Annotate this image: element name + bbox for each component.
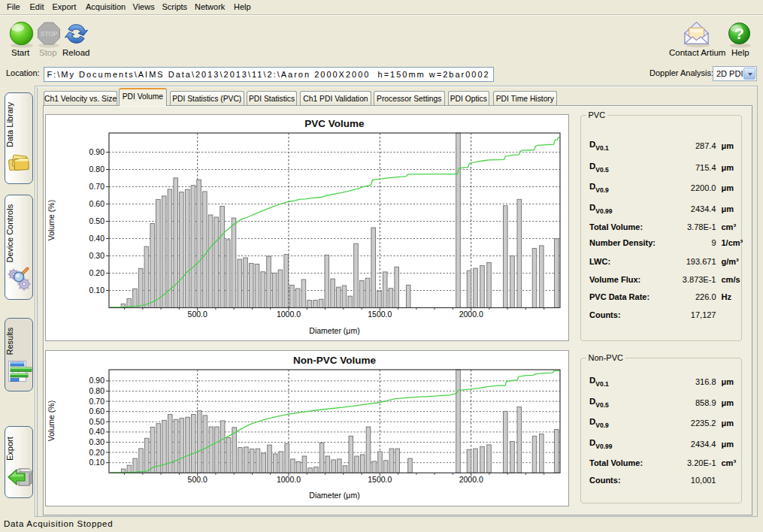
svg-text:Volume (%): Volume (%)	[47, 401, 56, 441]
svg-text:0.60: 0.60	[89, 199, 104, 208]
svg-text:PVC Volume: PVC Volume	[304, 118, 365, 129]
svg-text:0.30: 0.30	[89, 251, 104, 260]
svg-text:0.20: 0.20	[89, 268, 104, 277]
svg-text:0.80: 0.80	[89, 165, 104, 174]
svg-text:0.40: 0.40	[89, 234, 104, 243]
svg-text:0.40: 0.40	[89, 427, 104, 436]
svg-text:0.10: 0.10	[89, 458, 104, 467]
svg-text:0.20: 0.20	[89, 448, 104, 457]
svg-text:0.80: 0.80	[89, 386, 104, 395]
svg-text:0.90: 0.90	[89, 376, 104, 385]
svg-text:0.70: 0.70	[89, 397, 104, 406]
svg-text:Diameter (μm): Diameter (μm)	[309, 491, 359, 500]
svg-text:Non-PVC Volume: Non-PVC Volume	[292, 355, 375, 366]
svg-text:0.30: 0.30	[89, 437, 104, 446]
svg-text:0.50: 0.50	[89, 417, 104, 426]
svg-text:0.70: 0.70	[89, 182, 104, 191]
svg-text:0.60: 0.60	[89, 407, 104, 416]
svg-text:0.90: 0.90	[89, 147, 104, 156]
svg-text:0.10: 0.10	[89, 286, 104, 295]
svg-text:STOP: STOP	[41, 30, 58, 38]
svg-text:Volume (%): Volume (%)	[47, 200, 56, 240]
svg-text:0.50: 0.50	[89, 216, 104, 225]
svg-text:Diameter (μm): Diameter (μm)	[309, 326, 359, 335]
svg-text:?: ?	[734, 25, 744, 42]
